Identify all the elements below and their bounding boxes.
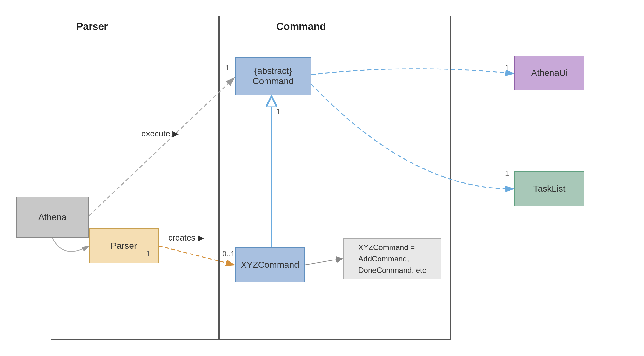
xyz-command-box: XYZCommand bbox=[235, 247, 305, 282]
parser-package-label: Parser bbox=[76, 21, 108, 32]
abstract-command-box: {abstract} Command bbox=[235, 57, 311, 95]
note-box: XYZCommand = AddCommand, DoneCommand, et… bbox=[343, 238, 441, 279]
parser-package-frame bbox=[51, 16, 219, 340]
command-package-label: Command bbox=[276, 21, 326, 32]
task-list-box: TaskList bbox=[514, 171, 584, 206]
tasklist-mult-1: 1 bbox=[505, 169, 509, 178]
athena-box: Athena bbox=[16, 197, 89, 238]
parser-box: Parser bbox=[89, 228, 159, 263]
athenaui-mult-1: 1 bbox=[505, 63, 509, 72]
athena-ui-box: AthenaUi bbox=[514, 56, 584, 90]
diagram-container: Parser Command Athena Parser {abstract} … bbox=[0, 0, 644, 356]
